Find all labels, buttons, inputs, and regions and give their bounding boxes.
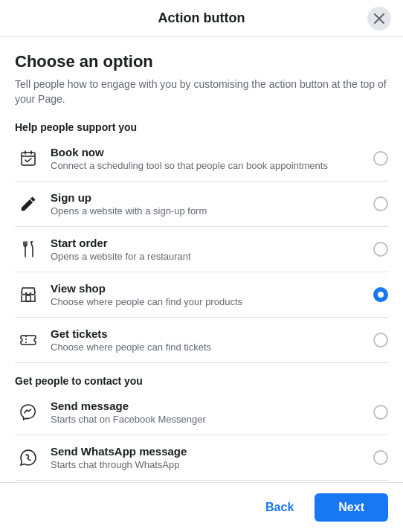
- close-icon: [373, 13, 385, 25]
- option-sign-up[interactable]: Sign up Opens a website with a sign-up f…: [15, 182, 388, 227]
- send-message-icon: [15, 399, 42, 426]
- sign-up-desc: Opens a website with a sign-up form: [51, 205, 373, 217]
- option-book-now[interactable]: Book now Connect a scheduling tool so th…: [15, 136, 388, 182]
- page-subtitle: Tell people how to engage with you by cu…: [15, 77, 388, 106]
- option-get-tickets[interactable]: Get tickets Choose where people can find…: [15, 318, 388, 363]
- fork-knife-icon: [19, 240, 37, 258]
- get-tickets-text: Get tickets Choose where people can find…: [51, 327, 373, 353]
- get-tickets-label: Get tickets: [51, 327, 373, 340]
- start-order-desc: Opens a website for a restaurant: [51, 251, 373, 262]
- book-now-radio[interactable]: [373, 151, 388, 166]
- sign-up-label: Sign up: [51, 191, 373, 204]
- get-tickets-desc: Choose where people can find tickets: [51, 342, 373, 353]
- start-order-icon: [15, 236, 42, 263]
- svg-rect-2: [22, 153, 35, 165]
- whatsapp-icon: [19, 449, 37, 467]
- sign-up-text: Sign up Opens a website with a sign-up f…: [51, 191, 373, 217]
- send-message-desc: Starts chat on Facebook Messenger: [51, 414, 373, 425]
- send-message-label: Send message: [51, 400, 373, 412]
- send-whatsapp-label: Send WhatsApp message: [51, 445, 373, 458]
- send-whatsapp-icon: [15, 444, 42, 471]
- modal-content: Choose an option Tell people how to enga…: [0, 37, 403, 482]
- get-tickets-icon: [15, 327, 42, 353]
- svg-rect-9: [26, 295, 30, 301]
- modal-title: Action button: [158, 10, 245, 26]
- view-shop-desc: Choose where people can find your produc…: [51, 296, 373, 307]
- edit-icon: [19, 195, 37, 213]
- book-now-label: Book now: [51, 146, 373, 158]
- action-button-modal: Action button Choose an option Tell peop…: [0, 0, 403, 532]
- send-whatsapp-text: Send WhatsApp message Starts chat throug…: [51, 445, 373, 470]
- start-order-text: Start order Opens a website for a restau…: [51, 237, 373, 262]
- send-message-text: Send message Starts chat on Facebook Mes…: [51, 400, 373, 425]
- view-shop-icon: [15, 281, 42, 308]
- option-start-order[interactable]: Start order Opens a website for a restau…: [15, 227, 388, 272]
- messenger-icon: [19, 403, 37, 421]
- book-now-icon: [15, 145, 42, 172]
- modal-header: Action button: [0, 0, 403, 37]
- back-button[interactable]: Back: [254, 493, 306, 522]
- section-contact: Get people to contact you Send message S…: [15, 375, 388, 482]
- modal-footer: Back Next: [0, 482, 403, 532]
- option-call-now[interactable]: Call now Starts a phone call: [15, 481, 388, 482]
- view-shop-radio[interactable]: [373, 287, 388, 302]
- send-whatsapp-desc: Starts chat through WhatsApp: [51, 459, 373, 470]
- option-send-whatsapp[interactable]: Send WhatsApp message Starts chat throug…: [15, 435, 388, 481]
- start-order-radio[interactable]: [373, 242, 388, 257]
- calendar-icon: [19, 150, 37, 167]
- view-shop-text: View shop Choose where people can find y…: [51, 282, 373, 307]
- contact-options-list: Send message Starts chat on Facebook Mes…: [15, 390, 388, 482]
- next-button[interactable]: Next: [315, 493, 388, 522]
- book-now-desc: Connect a scheduling tool so that people…: [51, 160, 373, 171]
- shop-icon: [19, 286, 37, 304]
- page-title: Choose an option: [15, 52, 388, 71]
- option-view-shop[interactable]: View shop Choose where people can find y…: [15, 272, 388, 318]
- send-message-radio[interactable]: [373, 405, 388, 420]
- close-button[interactable]: [367, 7, 391, 31]
- sign-up-radio[interactable]: [373, 196, 388, 211]
- view-shop-label: View shop: [51, 282, 373, 295]
- option-send-message[interactable]: Send message Starts chat on Facebook Mes…: [15, 390, 388, 435]
- section-heading-support: Help people support you: [15, 121, 388, 133]
- section-heading-contact: Get people to contact you: [15, 375, 388, 387]
- support-options-list: Book now Connect a scheduling tool so th…: [15, 136, 388, 363]
- book-now-text: Book now Connect a scheduling tool so th…: [51, 146, 373, 171]
- ticket-icon: [19, 331, 37, 349]
- start-order-label: Start order: [51, 237, 373, 249]
- send-whatsapp-radio[interactable]: [373, 450, 388, 465]
- get-tickets-radio[interactable]: [373, 333, 388, 347]
- section-support: Help people support you Book: [15, 121, 388, 363]
- sign-up-icon: [15, 190, 42, 217]
